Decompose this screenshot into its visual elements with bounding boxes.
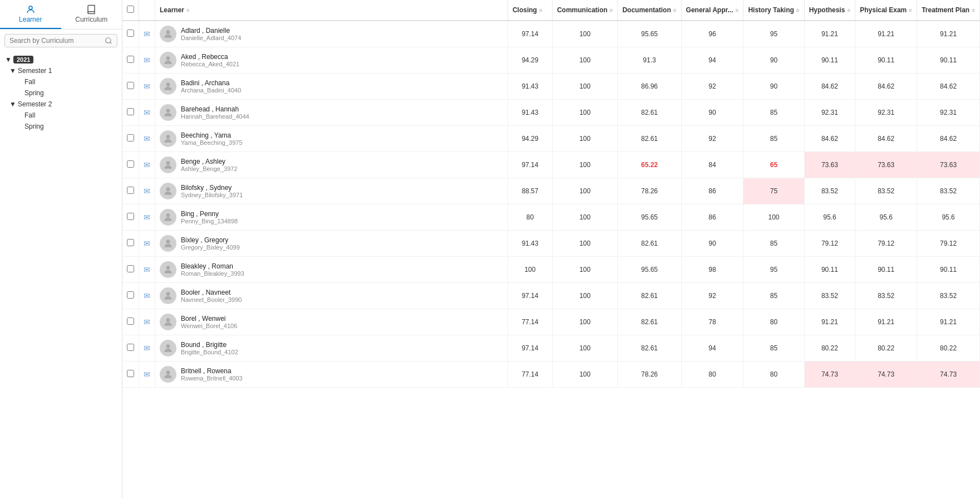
tab-learner[interactable]: Learner: [0, 0, 61, 29]
table-row: ✉ Aked , Rebecca Rebecca_Aked_4021 94.29…: [122, 47, 980, 74]
message-icon[interactable]: ✉: [144, 265, 150, 274]
row-checkbox[interactable]: [127, 318, 134, 325]
message-icon[interactable]: ✉: [144, 318, 150, 326]
row-checkbox[interactable]: [127, 213, 134, 220]
message-icon[interactable]: ✉: [144, 291, 150, 300]
row-communication-cell: 100: [552, 152, 618, 178]
th-communication[interactable]: Communication≡: [552, 0, 618, 21]
row-closing-cell: 97.14: [508, 335, 552, 362]
row-hypothesis-cell: 83.52: [804, 178, 855, 204]
th-closing[interactable]: Closing≡: [508, 0, 552, 21]
row-physical-exam-cell: 73.63: [855, 152, 917, 178]
fall2-label: Fall: [24, 111, 35, 119]
tree-node-spring1[interactable]: ▶ Spring: [0, 87, 122, 99]
svg-point-16: [166, 370, 170, 374]
message-icon[interactable]: ✉: [144, 30, 150, 38]
row-checkbox[interactable]: [127, 239, 134, 246]
row-communication-cell: 100: [552, 309, 618, 335]
row-physical-exam-cell: 84.62: [855, 74, 917, 100]
avatar: [160, 314, 176, 330]
row-general-appr-cell: 90: [681, 231, 743, 257]
sort-icon-general-appr: ≡: [736, 7, 739, 13]
message-icon[interactable]: ✉: [144, 56, 150, 65]
learner-table: Learner ≡ Closing≡ Communication≡ Docume…: [122, 0, 980, 388]
th-treatment-plan[interactable]: Treatment Plan≡: [917, 0, 980, 21]
th-learner[interactable]: Learner ≡: [155, 0, 508, 21]
row-learner-cell: Bilofsky , Sydney Sydney_Bilofsky_3971: [155, 178, 508, 204]
th-hypothesis[interactable]: Hypothesis≡: [804, 0, 855, 21]
message-icon[interactable]: ✉: [144, 213, 150, 222]
row-physical-exam-cell: 92.31: [855, 100, 917, 126]
main-content: Learner ≡ Closing≡ Communication≡ Docume…: [122, 0, 980, 498]
row-checkbox-cell: [122, 335, 139, 362]
tab-curriculum-label: Curriculum: [75, 16, 107, 23]
avatar: [160, 366, 176, 383]
row-general-appr-cell: 94: [681, 47, 743, 74]
th-general-appr[interactable]: General Appr...≡: [681, 0, 743, 21]
tree-node-spring2[interactable]: ▶ Spring: [0, 121, 122, 132]
th-documentation[interactable]: Documentation≡: [618, 0, 681, 21]
message-icon[interactable]: ✉: [144, 370, 150, 379]
th-msg: [139, 0, 155, 21]
row-checkbox[interactable]: [127, 108, 134, 115]
row-documentation-cell: 95.65: [618, 204, 681, 231]
tab-curriculum[interactable]: Curriculum: [61, 0, 122, 29]
row-checkbox[interactable]: [127, 56, 134, 63]
row-physical-exam-cell: 79.12: [855, 231, 917, 257]
row-checkbox[interactable]: [127, 30, 134, 37]
select-all-checkbox[interactable]: [127, 6, 134, 13]
row-message-cell: ✉: [139, 178, 155, 204]
tree-node-semester2[interactable]: ▼ Semester 2: [0, 99, 122, 110]
avatar: [160, 130, 176, 147]
svg-point-5: [166, 82, 170, 86]
row-physical-exam-cell: 74.73: [855, 362, 917, 388]
table-wrapper[interactable]: Learner ≡ Closing≡ Communication≡ Docume…: [122, 0, 980, 498]
avatar: [160, 287, 176, 304]
row-learner-cell: Bound , Brigitte Brigitte_Bound_4102: [155, 335, 508, 362]
sort-icon-communication: ≡: [610, 7, 613, 13]
row-checkbox[interactable]: [127, 291, 134, 299]
th-history-taking[interactable]: History Taking≡: [743, 0, 804, 21]
tree-node-fall2[interactable]: ▶ Fall: [0, 110, 122, 121]
row-checkbox[interactable]: [127, 82, 134, 89]
row-checkbox[interactable]: [127, 160, 134, 168]
toggle-icon-2021[interactable]: ▼: [4, 56, 12, 64]
message-icon[interactable]: ✉: [144, 344, 150, 353]
row-closing-cell: 91.43: [508, 100, 552, 126]
tree-node-semester1[interactable]: ▼ Semester 1: [0, 65, 122, 76]
row-checkbox[interactable]: [127, 187, 134, 194]
message-icon[interactable]: ✉: [144, 160, 150, 169]
row-history-taking-cell: 80: [743, 362, 804, 388]
row-general-appr-cell: 92: [681, 74, 743, 100]
spring1-label: Spring: [24, 89, 44, 97]
learner-username: Roman_Bleakley_3993: [181, 270, 244, 277]
row-treatment-plan-cell: 91.21: [917, 309, 980, 335]
message-icon[interactable]: ✉: [144, 239, 150, 248]
row-checkbox[interactable]: [127, 134, 134, 141]
toggle-icon-semester1[interactable]: ▼: [9, 67, 17, 75]
toggle-icon-semester2[interactable]: ▼: [9, 100, 17, 108]
sort-icon-hypothesis: ≡: [847, 7, 850, 13]
row-physical-exam-cell: 80.22: [855, 335, 917, 362]
th-physical-exam[interactable]: Physical Exam≡: [855, 0, 917, 21]
tree-node-2021[interactable]: ▼ 2021: [0, 54, 122, 65]
year-badge-2021: 2021: [13, 56, 33, 64]
row-checkbox[interactable]: [127, 265, 134, 272]
row-checkbox[interactable]: [127, 344, 134, 351]
tree-node-fall1[interactable]: ▶ Fall: [0, 76, 122, 87]
message-icon[interactable]: ✉: [144, 82, 150, 91]
message-icon[interactable]: ✉: [144, 108, 150, 117]
row-closing-cell: 97.14: [508, 152, 552, 178]
row-physical-exam-cell: 83.52: [855, 283, 917, 309]
avatar: [160, 78, 176, 95]
learner-username: Ashley_Benge_3972: [181, 165, 238, 172]
row-closing-cell: 77.14: [508, 362, 552, 388]
message-icon[interactable]: ✉: [144, 187, 150, 196]
search-input[interactable]: [9, 37, 105, 45]
sort-icon-learner: ≡: [186, 7, 190, 13]
row-treatment-plan-cell: 80.22: [917, 335, 980, 362]
row-history-taking-cell: 65: [743, 152, 804, 178]
row-message-cell: ✉: [139, 21, 155, 47]
row-checkbox[interactable]: [127, 370, 134, 377]
message-icon[interactable]: ✉: [144, 134, 150, 143]
